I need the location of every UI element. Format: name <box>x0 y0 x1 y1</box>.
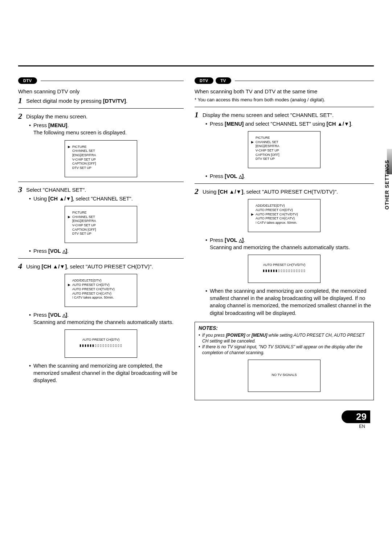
right-step-2: 2 Using [CH ▲/▼], select "AUTO PRESET CH… <box>195 187 374 195</box>
page-number: 29 <box>342 410 370 423</box>
page-lang: EN <box>18 424 370 429</box>
step-divider <box>195 107 374 107</box>
step-divider <box>195 183 374 184</box>
mode-badge-row: DTV <box>18 77 184 84</box>
step-text: Display the menu screen and select "CHAN… <box>203 111 334 118</box>
osd-menu-channelset-r: PICTURE ▶CHANNEL SET [ENG]/ESP/FRA V-CHI… <box>248 131 320 168</box>
osd-preset-list-dtv: ADD/DELETE(DTV) ▶AUTO PRESET CH(DTV) AUT… <box>65 274 137 307</box>
badge-rule <box>41 81 184 81</box>
step-text: Select digital mode by pressing [DTV/TV]… <box>26 97 127 104</box>
note-1: • If you press [POWER] or [MENU] while s… <box>199 332 370 344</box>
step-text: Select "CHANNEL SET". <box>26 186 86 193</box>
osd-no-signal: NO TV SIGNALS <box>248 360 320 392</box>
step-4-complete: • When the scanning and memorizing are c… <box>29 362 184 384</box>
step-text: Using [CH ▲/▼], select "AUTO PRESET CH(T… <box>203 187 338 195</box>
notes-title: NOTES: <box>199 325 370 331</box>
step-number: 1 <box>18 97 26 105</box>
page-footer: 29 EN <box>18 410 374 429</box>
badge-rule <box>235 81 374 81</box>
step-text: Display the menu screen. <box>26 112 87 119</box>
step-3-press-vol: • Press [VOL △]. <box>29 247 184 255</box>
step-number: 2 <box>18 112 26 120</box>
right-step-1: 1 Display the menu screen and select "CH… <box>195 111 374 119</box>
step-2: 2 Display the menu screen. <box>18 112 184 120</box>
right-column: DTV TV When scanning both TV and DTV at … <box>195 77 374 400</box>
osd-menu-channelset: PICTURE ▶CHANNEL SET [ENG]/ESP/FRA V-CHI… <box>65 206 137 243</box>
right-step1-press-vol: • Press [VOL △]. <box>205 173 374 180</box>
step-4: 4 Using [CH ▲/▼], select "AUTO PRESET CH… <box>18 262 184 270</box>
left-column: DTV When scanning DTV only 1 Select digi… <box>18 77 184 400</box>
step-number: 4 <box>18 262 26 270</box>
left-intro: When scanning DTV only <box>18 88 184 94</box>
step-number: 1 <box>195 111 203 119</box>
step-1: 1 Select digital mode by pressing [DTV/T… <box>18 97 184 105</box>
dtv-badge: DTV <box>18 77 37 84</box>
note-2: • If there is no TV signal input, "NO TV… <box>199 344 370 356</box>
step-number: 2 <box>195 187 203 195</box>
right-subintro: * You can access this menu from both mod… <box>195 97 374 103</box>
header-rule <box>18 65 374 66</box>
step-3-bullet: • Using [CH ▲/▼], select "CHANNEL SET". <box>29 195 184 202</box>
osd-progress-dtv: AUTO PRESET CH(DTV) ▮▮▮▮▮▮▯▯▯▯▯▯▯▯▯▯▯ <box>65 329 137 357</box>
step-4-press-vol: • Press [VOL △]. Scanning and memorizing… <box>29 311 184 326</box>
right-step2-press-vol: • Press [VOL △]. Scanning and memorizing… <box>205 236 374 251</box>
step-text: Using [CH ▲/▼], select "AUTO PRESET CH(D… <box>26 262 153 270</box>
osd-menu-screen: ▶PICTURE CHANNEL SET [ENG]/ESP/FRA V-CHI… <box>65 140 137 177</box>
step-divider <box>18 258 184 259</box>
dtv-badge: DTV <box>195 77 213 84</box>
step-number: 3 <box>18 186 26 194</box>
step-2-bullets: • Press [MENU]. The following menu scree… <box>29 122 184 137</box>
mode-badge-row: DTV TV <box>195 77 374 84</box>
step-3: 3 Select "CHANNEL SET". <box>18 186 184 194</box>
step-divider <box>18 182 184 182</box>
side-tab-label: OTHER SETTINGS <box>384 160 390 210</box>
step-divider <box>18 108 184 109</box>
right-step1-bullet: • Press [MENU] and select "CHANNEL SET" … <box>205 120 374 127</box>
osd-progress-tvdtv: AUTO PRESET CH(TV/DTV) ▮▮▮▮▮▮▯▯▯▯▯▯▯▯▯▯▯ <box>248 255 320 283</box>
right-step2-complete: • When the scanning and memorizing are c… <box>205 287 374 317</box>
tv-badge: TV <box>216 77 231 84</box>
right-intro: When scanning both TV and DTV at the sam… <box>195 88 374 94</box>
osd-preset-list-tvdtv: ADD/DELETE(DTV) AUTO PRESET CH(DTV) ▶AUT… <box>248 199 320 232</box>
notes-box: NOTES: • If you press [POWER] or [MENU] … <box>195 322 374 400</box>
